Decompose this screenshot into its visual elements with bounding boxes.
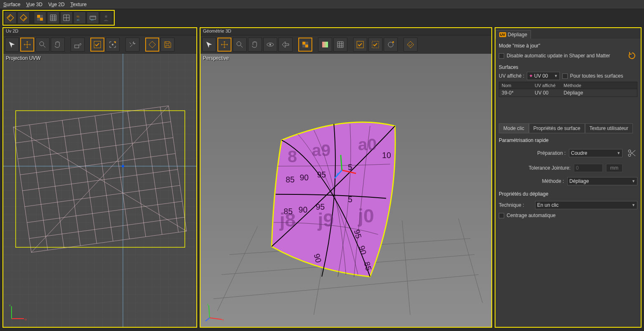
uv-viewport[interactable]: Projection UVW uv bbox=[3, 54, 196, 327]
svg-text:a0: a0 bbox=[358, 135, 377, 154]
toolbar-ruler-icon[interactable]: 10 bbox=[87, 12, 99, 24]
geo-viewport[interactable]: 8 a9 a0 j8 j9 j0 859095 510 859095 5 95 … bbox=[201, 54, 491, 327]
svg-point-34 bbox=[388, 42, 393, 47]
toolbar-grid-icon[interactable] bbox=[47, 12, 59, 24]
tab-depliage-label: Dépliage bbox=[508, 32, 527, 38]
geo-diamond-icon[interactable] bbox=[403, 38, 418, 52]
toolbar-grid-plus-icon[interactable] bbox=[60, 12, 73, 24]
uv-diamond-icon[interactable] bbox=[145, 38, 159, 52]
svg-point-19 bbox=[122, 165, 124, 168]
geo-viewport-label: Perspective bbox=[203, 55, 229, 61]
preparation-select[interactable]: Coudre▼ bbox=[569, 149, 623, 157]
svg-line-67 bbox=[209, 305, 210, 318]
geo-ck1-icon[interactable] bbox=[353, 38, 367, 52]
svg-point-7 bbox=[105, 15, 107, 18]
centrage-auto-checkbox[interactable] bbox=[499, 213, 504, 218]
geo-orbit-icon[interactable] bbox=[263, 38, 277, 52]
pour-toutes-label: Pour toutes les surfaces bbox=[570, 73, 623, 79]
tab-prop-surface[interactable]: Propriétés de surface bbox=[529, 123, 585, 133]
pour-toutes-checkbox[interactable] bbox=[562, 73, 568, 79]
tolerance-input[interactable] bbox=[574, 164, 603, 172]
svg-rect-1 bbox=[40, 18, 43, 21]
svg-rect-27 bbox=[302, 42, 305, 45]
technique-select[interactable]: En un clic▼ bbox=[535, 201, 637, 209]
tab-depliage[interactable]: UV Dépliage bbox=[495, 30, 531, 39]
uv-tweak-icon[interactable] bbox=[71, 38, 85, 52]
uv-wrench-icon[interactable] bbox=[125, 38, 139, 52]
uv-save-icon[interactable] bbox=[160, 38, 175, 52]
uv-move-icon[interactable] bbox=[20, 38, 34, 52]
svg-rect-3 bbox=[37, 18, 40, 21]
col-nom[interactable]: Nom bbox=[499, 82, 532, 89]
svg-text:x: x bbox=[222, 318, 224, 321]
toolbar-rhombus-left-icon[interactable] bbox=[4, 12, 17, 24]
uv-axis-gizmo-icon: uv bbox=[7, 302, 28, 323]
scissors-icon[interactable] bbox=[626, 147, 637, 159]
geo-target-icon[interactable] bbox=[384, 38, 398, 52]
geo-checker-icon[interactable] bbox=[298, 38, 312, 52]
surfaces-header: Surfaces bbox=[499, 64, 637, 70]
technique-label: Technique : bbox=[499, 202, 532, 208]
uv-target-icon[interactable] bbox=[106, 38, 120, 52]
geo-zoom-icon[interactable] bbox=[233, 38, 247, 52]
svg-text:95: 95 bbox=[317, 170, 326, 179]
uv-zoom-icon[interactable] bbox=[35, 38, 50, 52]
uv-viewport-label: Projection UVW bbox=[6, 55, 41, 61]
geo-arrow-icon[interactable] bbox=[202, 38, 216, 52]
geo-axis-gizmo-icon: x z bbox=[205, 302, 225, 323]
svg-point-11 bbox=[112, 44, 113, 45]
tab-modeclic[interactable]: Mode clic bbox=[499, 123, 529, 133]
svg-point-12 bbox=[114, 41, 116, 43]
preparation-label: Préparation : bbox=[499, 150, 566, 156]
geo-shade1-icon[interactable] bbox=[318, 38, 332, 52]
svg-text:90: 90 bbox=[300, 173, 309, 182]
svg-text:a9: a9 bbox=[312, 141, 330, 160]
svg-text:85: 85 bbox=[284, 207, 293, 216]
svg-point-24 bbox=[237, 42, 241, 46]
svg-text:5: 5 bbox=[348, 163, 352, 172]
svg-point-35 bbox=[392, 41, 394, 43]
uv-hand-icon[interactable] bbox=[51, 38, 65, 52]
menu-vue2d[interactable]: Vue 2D bbox=[48, 2, 65, 7]
geo-fly-icon[interactable] bbox=[278, 38, 293, 52]
table-row[interactable]: 39-0* UV 00 Dépliage bbox=[499, 89, 637, 97]
toolbar-person-icon[interactable] bbox=[100, 12, 112, 24]
svg-text:10: 10 bbox=[382, 151, 391, 160]
geo-hand-icon[interactable] bbox=[248, 38, 262, 52]
toolbar-checker-icon[interactable] bbox=[34, 12, 46, 24]
geo-ck2-icon[interactable] bbox=[368, 38, 382, 52]
methode-select[interactable]: Dépliage▼ bbox=[567, 177, 637, 185]
svg-text:95: 95 bbox=[316, 202, 325, 211]
toolbar-rhombus-right-icon[interactable] bbox=[17, 12, 30, 24]
uv-check1-icon[interactable] bbox=[90, 38, 104, 52]
methode-label: Méthode : bbox=[499, 178, 564, 184]
uv-affiche-label: UV affiché : bbox=[499, 73, 524, 79]
uv-arrow-icon[interactable] bbox=[5, 38, 19, 52]
col-uvaffiche[interactable]: UV affiché bbox=[532, 82, 561, 89]
uv-badge-icon: UV bbox=[499, 32, 506, 37]
geo-move-icon[interactable] bbox=[217, 38, 231, 52]
toolbar-main: 01a1 10 bbox=[2, 10, 115, 26]
svg-rect-0 bbox=[37, 15, 40, 18]
col-methode[interactable]: Méthode bbox=[561, 82, 637, 89]
disable-auto-checkbox[interactable] bbox=[499, 53, 504, 59]
disable-auto-label: Disable automatic update in Shaper and M… bbox=[507, 53, 610, 59]
toolbar-binary-icon[interactable]: 01a1 bbox=[73, 12, 86, 24]
uv-affiche-select[interactable]: ✦UV 00▼ bbox=[527, 72, 560, 80]
svg-rect-9 bbox=[75, 45, 79, 48]
menubar: SSurfaceurface Vue 3D Vue 2D Texture bbox=[0, 0, 644, 9]
panel-geo-title: Géométrie 3D bbox=[201, 28, 491, 35]
svg-text:90: 90 bbox=[299, 205, 308, 214]
svg-text:j0: j0 bbox=[358, 205, 374, 227]
tab-texture-util[interactable]: Texture utilisateur bbox=[585, 123, 633, 133]
svg-rect-30 bbox=[302, 45, 305, 47]
svg-rect-31 bbox=[322, 42, 328, 47]
refresh-icon[interactable] bbox=[627, 50, 637, 61]
menu-texture[interactable]: Texture bbox=[71, 2, 87, 7]
param-rapide-header: Paramétrisation rapide bbox=[499, 137, 637, 143]
menu-vue3d[interactable]: Vue 3D bbox=[26, 2, 42, 7]
centrage-auto-label: Centrage automatique bbox=[507, 213, 556, 218]
mode-update-title: Mode "mise à jour" bbox=[499, 43, 637, 49]
geo-wire-icon[interactable] bbox=[333, 38, 347, 52]
menu-surface[interactable]: SSurfaceurface bbox=[3, 2, 20, 7]
